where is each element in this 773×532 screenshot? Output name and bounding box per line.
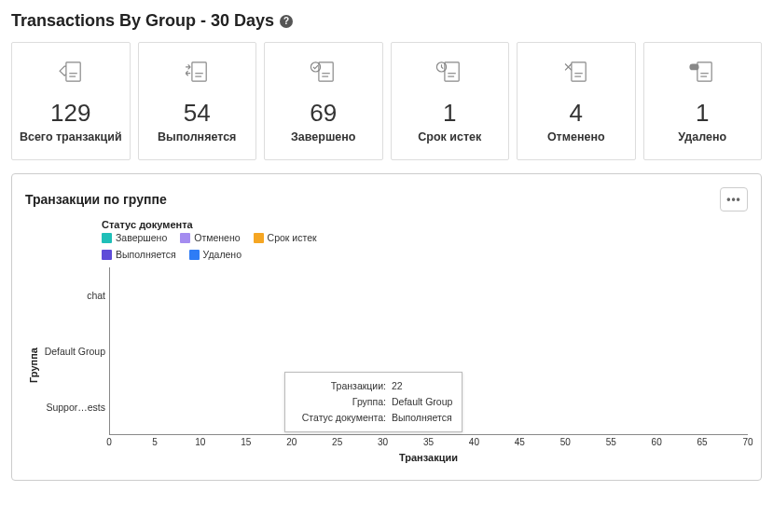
stat-label: Завершено xyxy=(270,130,377,144)
stat-value: 69 xyxy=(270,99,377,128)
svg-rect-14 xyxy=(572,62,586,81)
legend-swatch xyxy=(254,233,264,243)
legend-swatch xyxy=(102,233,112,243)
stat-label: Срок истек xyxy=(397,130,504,144)
stat-completed[interactable]: 69 Завершено xyxy=(264,42,383,160)
page-title: Transactions By Group - 30 Days ? xyxy=(11,11,762,31)
legend: Статус документа ЗавершеноОтмененоСрок и… xyxy=(102,219,748,260)
chart-more-button[interactable]: ••• xyxy=(720,187,748,211)
x-tick: 0 xyxy=(106,437,112,447)
x-tick: 5 xyxy=(152,437,158,447)
doc-check-icon xyxy=(308,56,339,88)
x-tick: 45 xyxy=(515,437,525,447)
chart-card: Транзакции по группе ••• Статус документ… xyxy=(11,173,762,481)
category-label: Suppor…ests xyxy=(42,402,105,413)
stat-label: Всего транзакций xyxy=(18,130,124,144)
stat-label: Выполняется xyxy=(145,130,251,144)
stats-row: 129 Всего транзакций 54 Выполняется 69 З… xyxy=(11,42,762,160)
help-icon[interactable]: ? xyxy=(280,15,293,28)
chart-tooltip: Транзакции:22 Группа:Default Group Стату… xyxy=(284,372,462,431)
chart-title: Транзакции по группе xyxy=(25,192,167,207)
x-tick: 10 xyxy=(195,437,205,447)
stat-value: 129 xyxy=(18,99,124,128)
legend-swatch xyxy=(180,233,190,243)
y-axis-label: Группа xyxy=(25,267,42,463)
doc-cancel-icon xyxy=(560,56,592,88)
x-tick: 65 xyxy=(697,437,708,447)
tooltip-value: 22 xyxy=(392,378,403,394)
tooltip-key: Статус документа: xyxy=(295,410,386,426)
svg-rect-6 xyxy=(319,62,333,81)
title-text: Transactions By Group - 30 Days xyxy=(11,11,274,31)
x-tick: 15 xyxy=(241,437,251,447)
category-label: Default Group xyxy=(42,346,105,357)
tooltip-key: Группа: xyxy=(295,394,386,410)
stat-label: Удалено xyxy=(650,130,756,144)
legend-label: Срок истек xyxy=(268,232,317,243)
doc-progress-icon xyxy=(181,56,213,88)
x-tick: 60 xyxy=(652,437,662,447)
stat-inprogress[interactable]: 54 Выполняется xyxy=(138,42,257,160)
svg-rect-3 xyxy=(192,62,206,81)
tooltip-key: Транзакции: xyxy=(295,378,386,394)
legend-item[interactable]: Завершено xyxy=(102,232,167,243)
category-label: chat xyxy=(42,290,105,301)
stat-value: 54 xyxy=(145,99,251,128)
x-tick: 70 xyxy=(742,437,752,447)
svg-rect-10 xyxy=(445,62,459,81)
stat-label: Отменено xyxy=(523,130,629,144)
stat-value: 1 xyxy=(650,99,756,128)
svg-rect-17 xyxy=(697,62,711,81)
doc-deleted-icon xyxy=(686,56,718,88)
x-tick: 55 xyxy=(606,437,616,447)
stat-expired[interactable]: 1 Срок истек xyxy=(391,42,510,160)
x-tick: 20 xyxy=(286,437,297,447)
x-tick: 40 xyxy=(469,437,479,447)
svg-rect-0 xyxy=(66,62,80,81)
legend-label: Удалено xyxy=(203,249,242,260)
legend-item[interactable]: Удалено xyxy=(189,249,242,260)
legend-label: Завершено xyxy=(116,232,167,243)
stat-cancelled[interactable]: 4 Отменено xyxy=(517,42,636,160)
legend-swatch xyxy=(189,250,200,260)
stat-value: 1 xyxy=(397,99,504,128)
x-tick: 35 xyxy=(423,437,434,447)
legend-label: Выполняется xyxy=(116,249,176,260)
legend-swatch xyxy=(102,250,112,260)
legend-item[interactable]: Срок истек xyxy=(254,232,317,243)
stat-deleted[interactable]: 1 Удалено xyxy=(643,42,763,160)
stat-value: 4 xyxy=(523,99,629,128)
tooltip-value: Выполняется xyxy=(392,410,452,426)
x-tick: 30 xyxy=(378,437,388,447)
doc-send-icon xyxy=(55,56,87,88)
x-axis-label: Транзакции xyxy=(109,452,748,463)
tooltip-value: Default Group xyxy=(392,394,452,410)
doc-clock-icon xyxy=(434,56,465,88)
legend-title: Статус документа xyxy=(102,219,748,230)
legend-item[interactable]: Отменено xyxy=(180,232,240,243)
x-tick: 25 xyxy=(332,437,342,447)
stat-total[interactable]: 129 Всего транзакций xyxy=(11,42,131,160)
legend-item[interactable]: Выполняется xyxy=(102,249,176,260)
svg-rect-18 xyxy=(690,64,699,71)
legend-label: Отменено xyxy=(194,232,240,243)
x-tick: 50 xyxy=(560,437,571,447)
